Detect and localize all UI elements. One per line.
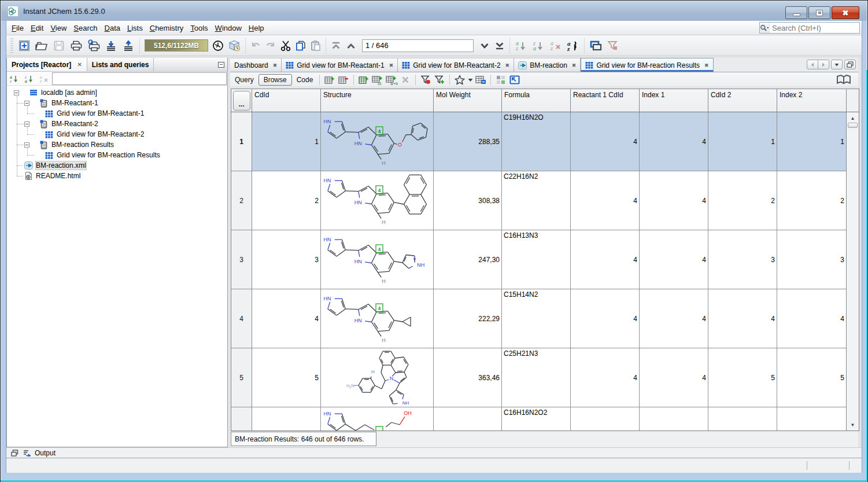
menu-view[interactable]: View [47,22,70,34]
restore-window-icon[interactable] [11,450,19,457]
favorites-button[interactable] [453,73,467,86]
redo-button[interactable] [263,37,278,54]
search-icon[interactable] [760,23,770,33]
menu-search[interactable]: Search [70,22,101,34]
column-header-molweight[interactable]: Mol Weight [434,89,502,112]
remove-field-button[interactable] [398,73,412,86]
column-header-cdid[interactable]: CdId [252,89,321,112]
sort-ascending-button[interactable]: az [512,37,530,54]
menu-lists[interactable]: Lists [124,22,146,34]
grid-row-6[interactable]: 6C16H16N2O2 [231,407,859,431]
record-counter-field[interactable]: 1 / 646 [362,39,474,52]
column-header-index1[interactable]: Index 1 [640,89,708,112]
document-tab-grid-view-for-bm-reactant-2[interactable]: Grid view for BM-Reactant-2✖ [398,58,514,72]
tree-node-bm-reaction-results[interactable]: BM-reaction Results [7,139,227,150]
print-button[interactable] [68,37,85,54]
output-window-icon[interactable] [23,450,31,457]
tree-node-bm-reactant-2[interactable]: BM-Reactant-2 [7,119,227,129]
search-input[interactable] [770,24,868,32]
customize-widgets-button[interactable] [494,73,508,86]
garbage-collect-icon[interactable] [210,37,226,54]
reset-windows-button[interactable] [587,37,604,54]
tab-close-icon[interactable]: ✕ [77,61,82,68]
memory-gauge[interactable]: 512,6/1122MB [145,39,208,51]
tab-close-icon[interactable]: ✖ [273,62,278,68]
document-tab-dashboard[interactable]: Dashboard✖ [230,58,282,72]
document-tab-bm-reaction[interactable]: BM-reaction✖ [514,58,581,72]
menu-help[interactable]: Help [245,22,268,34]
tab-close-icon[interactable]: ✖ [389,62,394,68]
column-header-reactant1_cdid[interactable]: Reactant 1 CdId [571,89,640,112]
tree-node-grid-view-for-bm-reactant-1[interactable]: Grid view for BM-Reactant-1 [7,108,227,119]
new-form-button[interactable] [16,37,33,54]
previous-record-button[interactable] [343,37,359,54]
menu-window[interactable]: Window [212,22,245,34]
tree-expander-icon[interactable] [24,122,29,127]
tree-node-bm-reaction-xml[interactable]: BM-reaction.xml [7,160,227,171]
tree-expander-icon[interactable] [14,90,19,95]
menu-edit[interactable]: Edit [27,22,47,34]
menu-tools[interactable]: Tools [187,22,211,34]
tree-node-bm-reactant-1[interactable]: BM-Reactant-1 [7,98,227,108]
scroll-up-arrow[interactable]: ▲ [847,113,859,123]
clear-filter-button[interactable] [604,37,622,54]
collapse-panel-button[interactable] [215,58,227,71]
import-file-button[interactable] [102,37,120,54]
paste-button[interactable] [308,37,323,54]
print-preview-button[interactable] [85,37,102,54]
copy-button[interactable] [293,37,308,54]
column-header-structure[interactable]: Structure [321,89,434,112]
scroll-down-arrow[interactable]: ▼ [847,420,859,429]
document-tab-grid-view-for-bm-reaction-results[interactable]: Grid view for BM-reaction Results✖ [581,58,713,72]
browse-mode-button[interactable]: Browse [258,74,292,86]
menu-chemistry[interactable]: Chemistry [146,22,187,34]
code-mode-button[interactable]: Code [293,75,317,85]
menu-file[interactable]: File [8,22,27,34]
jchem-cache-icon[interactable] [226,37,243,54]
column-chooser-button[interactable]: ... [233,91,250,111]
tab-list-button[interactable] [831,60,843,69]
tree-node-localdb-as-admin-[interactable]: localdb [as admin] [7,87,227,98]
tab-close-icon[interactable]: ✖ [505,62,510,68]
scroll-tabs-left-button[interactable] [807,60,818,69]
next-record-button[interactable] [477,37,492,54]
sort-descending-button[interactable]: za [530,37,547,54]
document-tab-grid-view-for-bm-reactant-1[interactable]: Grid view for BM-Reactant-1✖ [282,58,398,72]
tree-node-grid-view-for-bm-reactant-2[interactable]: Grid view for BM-Reactant-2 [7,129,227,139]
export-button[interactable] [120,37,137,54]
close-button[interactable]: ✖ [832,6,859,19]
manage-views-button[interactable] [474,73,487,86]
cut-button[interactable] [278,37,293,54]
add-to-list-button[interactable] [433,73,446,86]
grid-row-4[interactable]: 44222,29C15H14N24444 [231,289,859,348]
save-all-button[interactable] [50,37,68,54]
vertical-scrollbar[interactable]: ▲ ▼ [846,89,859,431]
column-header-index2[interactable]: Index 2 [777,89,847,112]
scroll-tabs-right-button[interactable] [818,60,829,69]
delete-row-button[interactable] [337,73,350,86]
open-in-new-window-button[interactable] [508,73,522,86]
query-mode-button[interactable]: Query [231,75,257,85]
add-chemical-terms-field-button[interactable]: ct [371,73,385,86]
undo-button[interactable] [248,37,263,54]
favorites-menu-caret[interactable] [467,73,474,86]
bookmark-icon[interactable] [836,74,851,86]
column-header-cdid2[interactable]: CdId 2 [708,89,777,112]
panel-tab-lists-and-queries[interactable]: Lists and queries [87,58,154,71]
tab-close-icon[interactable]: ✖ [572,62,577,68]
tab-close-icon[interactable]: ✖ [704,62,709,68]
grid-row-1[interactable]: 11288,35C19H16N2O4411 [231,112,859,171]
panel-tab-projects-reactor-[interactable]: Projects [Reactor]✕ [7,58,87,71]
open-project-button[interactable] [33,37,50,54]
add-field-button[interactable] [357,73,371,86]
output-tab-label[interactable]: Output [35,449,56,457]
maximize-button[interactable] [808,6,830,19]
add-row-button[interactable] [323,73,337,86]
add-standardized-field-button[interactable]: a+b [385,73,398,86]
grid-row-5[interactable]: 55363,46C25H21N34455 [231,348,859,407]
last-record-button[interactable] [492,37,507,54]
project-filter-input[interactable] [52,72,227,85]
tree-expander-icon[interactable] [24,142,29,148]
tree-node-readme-html[interactable]: README.html [7,171,227,181]
advanced-sort-button[interactable]: az [564,37,582,54]
